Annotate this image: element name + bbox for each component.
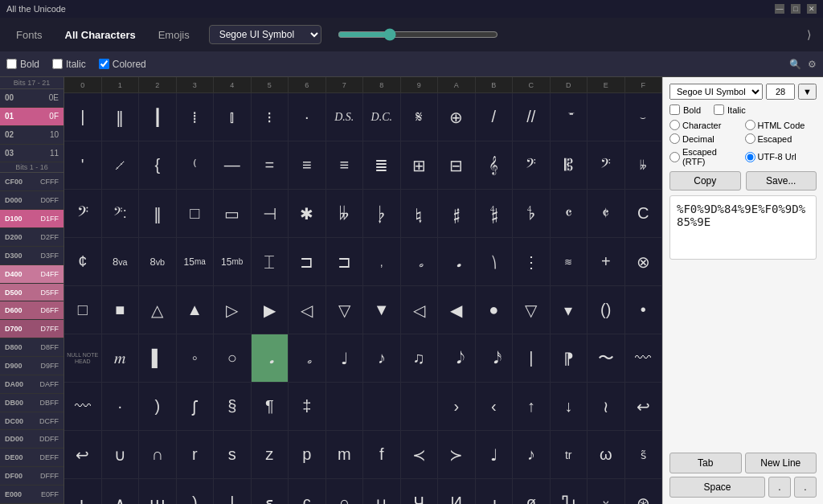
char-cell[interactable]: ⁋ — [551, 334, 588, 382]
radio-character[interactable]: Character — [669, 120, 742, 130]
minimize-button[interactable]: — — [775, 4, 784, 14]
expand-icon[interactable]: ⟩ — [800, 27, 817, 43]
char-cell[interactable]: z — [252, 431, 289, 478]
char-cell[interactable]: ◁ — [401, 286, 439, 334]
char-cell[interactable]: 𝄢 — [64, 190, 102, 237]
radio-escaped-rtf[interactable]: Escaped (RTF) — [669, 147, 742, 166]
char-cell[interactable]: 𝅘𝅥𝅮 — [438, 334, 476, 382]
char-cell[interactable]: ♪ — [363, 334, 401, 382]
char-cell[interactable]: ≀ — [588, 383, 625, 430]
char-cell[interactable]: 𝄴 — [551, 190, 588, 237]
char-cell[interactable]: ⊛ — [625, 479, 663, 504]
char-cell[interactable]: ∩ — [326, 479, 364, 504]
char-cell[interactable]: □ — [177, 190, 215, 237]
char-cell[interactable]: § — [214, 383, 252, 430]
char-cell[interactable]: ▷ — [214, 286, 252, 334]
dot1-button[interactable]: . — [768, 477, 791, 498]
char-cell[interactable]: 𝄰 — [438, 190, 476, 237]
row-label-02[interactable]: 02 10 — [0, 126, 63, 145]
char-cell[interactable]: ⟋ — [102, 141, 140, 189]
settings-icon[interactable]: ⚙ — [808, 59, 817, 70]
char-cell[interactable]: ≺ — [401, 431, 439, 478]
char-cell[interactable]: ≣ — [363, 141, 401, 189]
row-label-e000[interactable]: E000 E0FF — [0, 486, 63, 504]
row-label-d800[interactable]: D800 D8FF — [0, 338, 63, 357]
char-cell[interactable]: 𝅗 — [289, 334, 326, 382]
char-cell[interactable]: ⁝ — [252, 93, 289, 141]
char-cell[interactable]: ʃ — [177, 383, 215, 430]
char-cell[interactable]: 𝄢: — [102, 190, 140, 237]
char-cell[interactable]: △ — [139, 286, 177, 334]
char-cell[interactable]: ▽ — [326, 286, 364, 334]
char-cell[interactable]: () — [588, 286, 625, 334]
close-button[interactable]: ✕ — [807, 4, 817, 14]
char-cell[interactable]: ▲ — [177, 286, 215, 334]
char-cell[interactable]: ⊞ — [401, 141, 439, 189]
char-cell[interactable]: ⫿ — [214, 93, 252, 141]
char-cell-null[interactable]: NULL NOTE HEAD — [64, 334, 102, 382]
row-label-d600[interactable]: D600 D6FF — [0, 301, 63, 320]
char-cell[interactable]: ↓ — [551, 383, 588, 430]
char-cell[interactable]: ▾ — [551, 286, 588, 334]
char-cell-selected[interactable]: 𝅘 — [252, 334, 289, 382]
char-cell[interactable]: ∪ — [363, 479, 401, 504]
char-cell[interactable]: ⁽ — [177, 141, 215, 189]
char-cell[interactable]: ɩ — [64, 479, 102, 504]
space-button[interactable]: Space — [669, 477, 765, 498]
char-cell[interactable]: 8va — [102, 238, 140, 285]
row-label-dd00[interactable]: DD00 DDFF — [0, 430, 63, 449]
char-cell[interactable]: ▽ — [513, 286, 551, 334]
row-label-de00[interactable]: DE00 DEFF — [0, 449, 63, 467]
char-cell[interactable]: ø — [513, 479, 551, 504]
char-cell[interactable]: ○ — [214, 334, 252, 382]
row-label-d400[interactable]: D400 D4FF — [0, 265, 63, 284]
char-cell[interactable]: ⎞ — [476, 238, 514, 285]
colored-checkbox[interactable]: Colored — [99, 59, 146, 70]
char-cell[interactable]: ▼ — [363, 286, 401, 334]
char-cell[interactable]: Ч — [401, 479, 439, 504]
char-cell[interactable]: · — [289, 93, 326, 141]
right-font-select[interactable]: Segoe UI Symbol — [669, 84, 763, 100]
radio-decimal[interactable]: Decimal — [669, 133, 742, 144]
char-cell[interactable]: 𝄋 — [401, 93, 439, 141]
char-cell[interactable]: f — [363, 431, 401, 478]
char-cell[interactable]: ⊣ — [252, 190, 289, 237]
char-cell[interactable]: tr — [551, 431, 588, 478]
char-cell[interactable]: 𝄻 — [551, 93, 588, 141]
char-cell[interactable]: | — [64, 93, 102, 141]
char-cell[interactable]: 15mb — [214, 238, 252, 285]
radio-utf8-url[interactable]: UTF-8 Url — [745, 147, 817, 166]
right-bold-checkbox[interactable]: Bold — [669, 104, 701, 115]
char-cell[interactable]: ◦ — [177, 334, 215, 382]
char-cell[interactable]: ◀ — [438, 286, 476, 334]
char-cell[interactable]: ¢ — [64, 238, 102, 285]
char-cell[interactable]: 𝄢 — [588, 141, 625, 189]
char-cell[interactable]: 〰 — [64, 383, 102, 430]
row-label-d900[interactable]: D900 D9FF — [0, 357, 63, 375]
char-cell[interactable]: ⊕ — [438, 93, 476, 141]
char-cell[interactable]: ▌ — [139, 334, 177, 382]
row-label-d300[interactable]: D300 D3FF — [0, 247, 63, 265]
char-cell[interactable]: 𝄲 — [476, 190, 514, 237]
char-cell[interactable]: ⌶ — [252, 238, 289, 285]
char-cell[interactable]: ≻ — [438, 431, 476, 478]
tab-emojis[interactable]: Emojis — [149, 24, 199, 46]
char-cell[interactable]: ɹ — [476, 479, 514, 504]
char-cell[interactable]: ↩ — [64, 431, 102, 478]
char-cell[interactable]: ≡ — [289, 141, 326, 189]
size-slider[interactable] — [338, 28, 498, 41]
char-cell[interactable]: ⊐ — [289, 238, 326, 285]
maximize-button[interactable]: □ — [791, 4, 800, 14]
char-cell[interactable]: 15ma — [177, 238, 215, 285]
dot2-button[interactable]: . — [794, 477, 817, 498]
char-cell[interactable] — [588, 93, 625, 141]
char-cell[interactable]: ↩ — [625, 383, 663, 430]
char-cell[interactable]: 𝄳 — [513, 190, 551, 237]
font-size-expand[interactable]: ▼ — [798, 84, 817, 100]
char-cell[interactable]: 〜 — [588, 334, 625, 382]
tab-fonts[interactable]: Fonts — [6, 24, 52, 46]
char-cell[interactable]: □ — [64, 286, 102, 334]
char-cell[interactable]: ≋ — [551, 238, 588, 285]
char-cell[interactable]: D.S. — [326, 93, 364, 141]
char-cell[interactable]: ♩ — [476, 431, 514, 478]
